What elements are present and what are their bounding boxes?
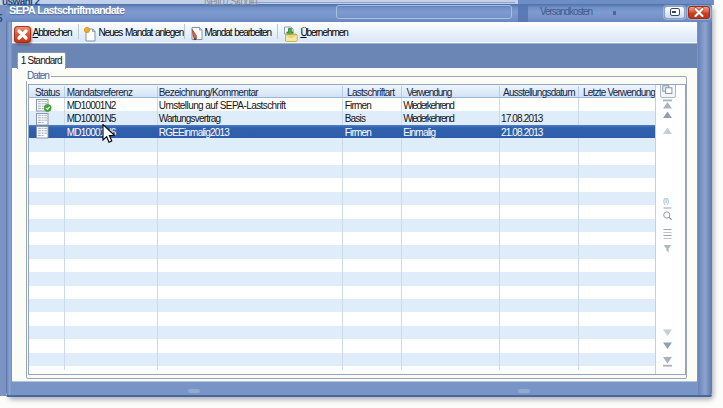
svg-text:(I): (I) — [663, 195, 670, 204]
